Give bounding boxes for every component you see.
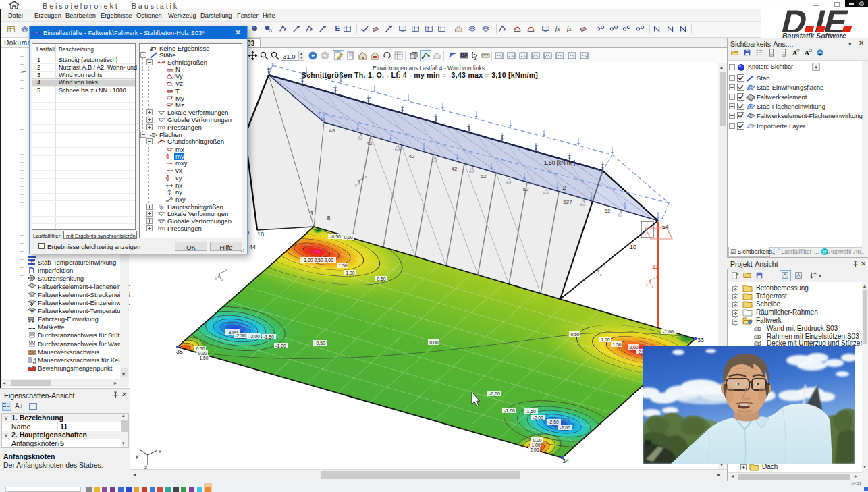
svg-text:x: x bbox=[159, 448, 161, 454]
svg-text:34: 34 bbox=[562, 458, 569, 464]
svg-text:33: 33 bbox=[697, 337, 704, 344]
svg-text:-0,50: -0,50 bbox=[315, 341, 325, 346]
svg-text:z: z bbox=[144, 464, 147, 469]
svg-text:-2,00: -2,00 bbox=[249, 334, 260, 339]
svg-text:-1,00: -1,00 bbox=[504, 408, 515, 413]
svg-text:2,00: 2,00 bbox=[530, 447, 539, 452]
svg-text:1,00: 1,00 bbox=[531, 443, 540, 447]
svg-text:x: x bbox=[225, 268, 227, 272]
svg-text:52: 52 bbox=[481, 173, 487, 180]
svg-text:18: 18 bbox=[257, 231, 264, 238]
svg-text:8: 8 bbox=[327, 215, 330, 221]
svg-text:0,50: 0,50 bbox=[196, 346, 205, 351]
svg-text:0,00: 0,00 bbox=[533, 438, 541, 443]
svg-text:0,00: 0,00 bbox=[198, 351, 207, 356]
svg-text:-1,50: -1,50 bbox=[525, 409, 536, 414]
svg-text:1,00: 1,00 bbox=[346, 271, 354, 275]
svg-text:0,50: 0,50 bbox=[570, 332, 579, 337]
svg-text:T: T bbox=[30, 309, 34, 315]
svg-text:52: 52 bbox=[605, 208, 611, 214]
svg-text:52: 52 bbox=[523, 186, 529, 192]
svg-text:y: y bbox=[594, 271, 596, 275]
svg-text:fx: fx bbox=[567, 26, 572, 32]
svg-text:1,50: 1,50 bbox=[199, 356, 208, 360]
svg-text:-2,00: -2,00 bbox=[560, 425, 570, 430]
svg-text:-1,00: -1,00 bbox=[663, 329, 674, 334]
svg-text:35: 35 bbox=[176, 348, 183, 355]
svg-text:-0,50: -0,50 bbox=[330, 234, 341, 239]
svg-text:11: 11 bbox=[652, 263, 658, 270]
svg-text:-1,50: -1,50 bbox=[263, 335, 274, 339]
svg-text:y: y bbox=[646, 283, 648, 287]
svg-text:1,50: 1,50 bbox=[338, 263, 347, 268]
svg-text:z: z bbox=[600, 273, 602, 277]
svg-text:42: 42 bbox=[367, 140, 373, 146]
svg-text:2,00: 2,00 bbox=[629, 345, 638, 350]
svg-text:0,00: 0,00 bbox=[429, 340, 438, 345]
svg-text:42: 42 bbox=[409, 153, 415, 159]
svg-text:527: 527 bbox=[563, 199, 572, 205]
svg-text:10: 10 bbox=[630, 244, 636, 250]
svg-text:-2,50: -2,50 bbox=[548, 420, 559, 425]
svg-text:0,50: 0,50 bbox=[377, 277, 385, 281]
svg-text:42: 42 bbox=[452, 166, 458, 172]
svg-text:fx: fx bbox=[555, 26, 561, 32]
svg-text:1,50: 1,50 bbox=[612, 342, 621, 347]
svg-text:-2,00: -2,00 bbox=[533, 416, 543, 420]
svg-text:1,50 [kN/m²]: 1,50 [kN/m²] bbox=[544, 159, 575, 166]
svg-text:x: x bbox=[604, 263, 606, 267]
svg-text:E: E bbox=[335, 25, 340, 32]
svg-text:0,00: 0,00 bbox=[344, 235, 352, 240]
svg-text:-0,50: -0,50 bbox=[489, 391, 500, 396]
svg-text:-1,00: -1,00 bbox=[275, 344, 286, 348]
svg-text:3,00 2,50 2,00: 3,00 2,50 2,00 bbox=[304, 258, 333, 263]
svg-text:1,00: 1,00 bbox=[601, 337, 609, 342]
svg-text:2: 2 bbox=[562, 184, 566, 191]
svg-text:z: z bbox=[221, 277, 223, 281]
svg-text:54: 54 bbox=[662, 223, 669, 230]
svg-text:44: 44 bbox=[249, 244, 256, 250]
svg-text:z: z bbox=[652, 284, 654, 288]
svg-text:-2,50: -2,50 bbox=[235, 333, 246, 338]
svg-text:1: 1 bbox=[310, 210, 313, 217]
svg-text:48: 48 bbox=[329, 128, 335, 134]
svg-text:y: y bbox=[215, 276, 217, 280]
svg-text:y: y bbox=[136, 453, 138, 459]
